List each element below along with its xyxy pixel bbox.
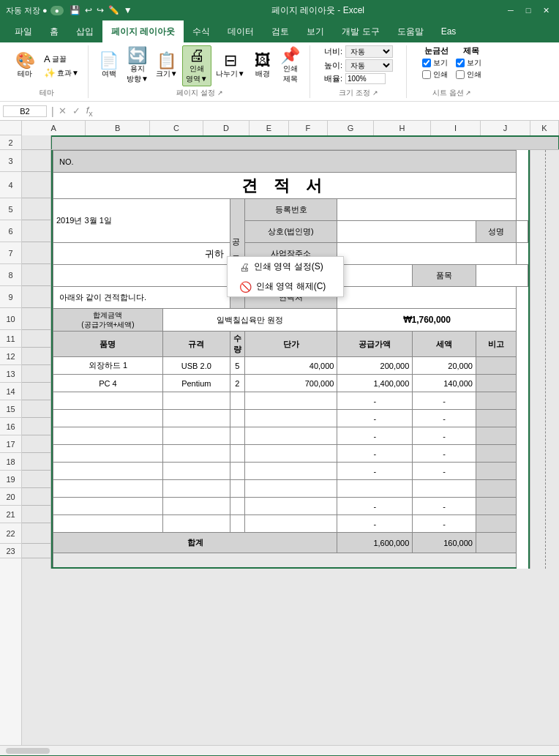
orientation-button[interactable]: 🔄 용지방향▼ [124,46,151,86]
tab-eas[interactable]: Eas [432,20,465,42]
tab-developer[interactable]: 개발 도구 [333,20,388,42]
font-button[interactable]: A 글꼴 [41,53,82,65]
tab-review[interactable]: 검토 [263,20,298,42]
theme-button[interactable]: 🎨 테마 [12,51,38,81]
size-button[interactable]: 📋 크기▼ [153,51,181,81]
minimize-button[interactable]: ─ [503,3,518,18]
cell-no[interactable]: NO. [53,151,517,173]
col-header-b[interactable]: B [86,121,149,135]
spreadsheet: A B C D E F G H I J K 2 3 4 5 6 7 8 9 10… [0,121,559,755]
doc-row-12[interactable]: 외장하드 1 USB 2.0 5 40,000 200,000 20,000 [53,357,528,375]
name-box[interactable] [3,105,47,117]
row-num-16: 16 [0,418,21,435]
font-icon: A [44,53,50,64]
th-qty: 수량 [230,332,244,357]
td-supply-12[interactable]: 200,000 [337,357,413,375]
cell-total-text: 일백칠십육만 원정 [162,309,337,332]
cell-name-val[interactable] [516,221,528,243]
col-header-g: G [328,121,374,135]
window-controls[interactable]: ─ □ ✕ [503,3,553,18]
grid-row-2 [22,135,559,150]
tab-view[interactable]: 보기 [298,20,333,42]
td-supply-13[interactable]: 1,400,000 [337,375,413,392]
doc-row-17[interactable]: - - [53,445,528,463]
tab-data[interactable]: 데이터 [219,20,263,42]
scale-input[interactable] [345,73,386,84]
print-title-icon: 📌 [280,48,300,64]
ribbon-group-page: 📄 여백 🔄 용지방향▼ 📋 크기▼ 🖨 인쇄영역▼ ⊟ 나누기▼ 🖼 배 [90,45,310,98]
td-qty-12[interactable]: 5 [230,357,244,375]
cell-a2[interactable] [22,135,51,149]
td-name-13[interactable]: PC 4 [53,375,163,392]
cell-company-val[interactable] [337,221,476,243]
cells-area[interactable]: NO. 견 적 서 2019년 3월 1일 [22,135,559,745]
menu-clear-print-area[interactable]: 🚫 인쇄 영역 해제(C) [228,277,343,296]
effect-button[interactable]: ✨ 효과▼ [41,67,82,79]
width-select[interactable]: 자동 [345,45,393,58]
doc-row-13[interactable]: PC 4 Pentium 2 700,000 1,400,000 140,000 [53,375,528,392]
td-tax-12[interactable]: 20,000 [413,357,476,375]
cell-reg-val[interactable] [337,199,517,221]
tab-page-layout[interactable]: 페이지 레이아웃 [102,20,184,42]
headings-view-check[interactable] [456,59,465,67]
cell-address-val[interactable] [337,243,517,265]
window-title: 페이지 레이아웃 - Excel [132,4,503,17]
cell-industry-val[interactable] [337,265,413,287]
doc-row-15[interactable]: - - [53,410,528,427]
tab-formula[interactable]: 수식 [184,20,219,42]
col-k-area [530,150,559,569]
td-qty-13[interactable]: 2 [230,375,244,392]
row-num-7: 7 [0,242,21,264]
td-unit-13[interactable]: 700,000 [244,375,337,392]
gridlines-print-check[interactable] [422,70,431,79]
td-spec-12[interactable]: USB 2.0 [162,357,230,375]
td-name-12[interactable]: 외장하드 1 [53,357,163,375]
cell-item-val[interactable] [476,265,528,287]
doc-row-16[interactable]: - - [53,427,528,445]
menu-set-print-area[interactable]: 🖨 인쇄 영역 설정(S) [228,257,343,277]
cell-b2[interactable] [51,135,559,149]
td-spec-13[interactable]: Pentium [162,375,230,392]
doc-row-21[interactable]: - - [53,515,528,533]
td-tax-13[interactable]: 140,000 [413,375,476,392]
height-select[interactable]: 자동 [345,59,393,72]
td-name-14[interactable] [53,392,163,410]
break-button[interactable]: ⊟ 나누기▼ [213,51,248,81]
cell-date[interactable]: 2019년 3월 1일 [53,199,230,243]
tab-home[interactable]: 홈 [41,20,67,42]
th-supply: 공급가액 [337,332,413,357]
tab-file[interactable]: 파일 [6,20,41,42]
cell-blank-8[interactable] [53,265,230,287]
close-button[interactable]: ✕ [539,3,553,18]
tab-help[interactable]: 도움말 [389,20,432,42]
tab-insert[interactable]: 삽입 [67,20,102,42]
formula-bar: | ✕ ✓ fx [0,102,559,121]
title-bar: 자동 저장 ● ● 💾 ↩ ↪ ✏️ ▼ 페이지 레이아웃 - Excel ─ … [0,0,559,20]
formula-separator: | [51,105,54,117]
doc-row-20[interactable]: - - [53,498,528,515]
col-header-a: A [22,121,86,135]
print-title-button[interactable]: 📌 인쇄제목 [277,46,304,86]
scrollbar-thumb[interactable] [6,748,50,754]
cell-title[interactable]: 견 적 서 [53,173,517,199]
margin-button[interactable]: 📄 여백 [96,51,122,81]
menu-set-print-label: 인쇄 영역 설정(S) [254,261,323,273]
cell-contact-val[interactable] [337,287,517,309]
print-area-button[interactable]: 🖨 인쇄영역▼ [182,45,211,86]
td-unit-12[interactable]: 40,000 [244,357,337,375]
horizontal-scrollbar[interactable] [0,745,559,755]
cell-company-label: 상호(법인명) [244,221,337,243]
doc-row-18[interactable]: - - [53,463,528,480]
effect-icon: ✨ [44,67,56,78]
maximize-button[interactable]: □ [521,3,536,18]
row-num-13: 13 [0,365,21,383]
formula-input[interactable] [96,106,556,116]
print-area: NO. 견 적 서 2019년 3월 1일 [51,150,530,569]
gridlines-view-check[interactable] [422,59,431,67]
td-note-13[interactable] [476,375,516,392]
doc-row-19[interactable] [53,480,528,498]
headings-print-check[interactable] [456,70,465,79]
background-button[interactable]: 🖼 배경 [250,51,276,81]
doc-row-14[interactable]: - - [53,392,528,410]
td-note-12[interactable] [476,357,516,375]
